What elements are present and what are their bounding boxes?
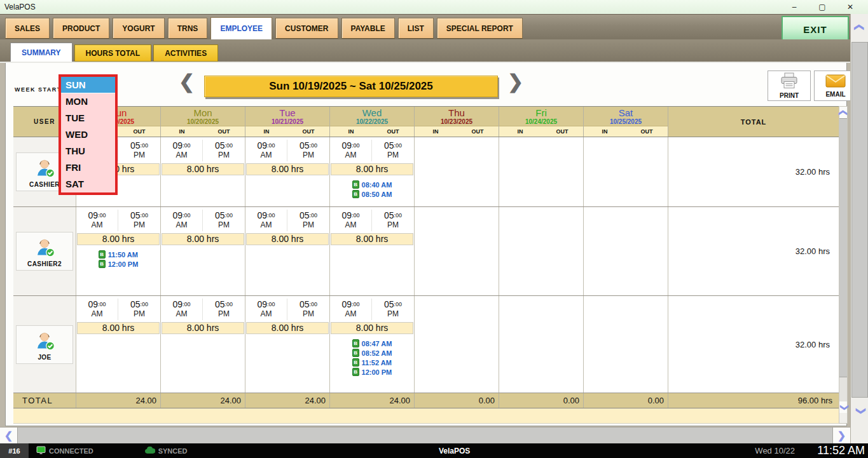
hours-worked: 8.00 hrs xyxy=(246,163,329,175)
in-out-header: INOUT xyxy=(245,126,329,137)
day-name: Fri xyxy=(499,107,583,118)
minimize-icon[interactable]: – xyxy=(780,0,808,14)
in-out-times: 09:00AM05:00PM xyxy=(161,210,245,231)
print-button-label: PRINT xyxy=(780,92,799,99)
break-time: 08:50 AM xyxy=(362,191,392,198)
in-label: IN xyxy=(161,126,203,137)
sub-tab-hours-total[interactable]: HOURS TOTAL xyxy=(74,44,152,62)
next-week-button[interactable]: ❯ xyxy=(507,69,523,95)
sub-tab-activities[interactable]: ACTIVITIES xyxy=(153,44,218,62)
time-cell-wed: 09:00AM05:00PM8.00 hrsB08:47 AMB08:52 AM… xyxy=(329,296,414,393)
day-header: Fri10/24/2025 xyxy=(499,107,583,126)
day-total-mon: 24.00 xyxy=(160,393,245,408)
day-name: Mon xyxy=(161,107,245,118)
sync-status: SYNCED xyxy=(144,447,188,455)
week-start-label: WEEK START xyxy=(15,86,62,93)
main-tab-product[interactable]: PRODUCT xyxy=(53,18,109,39)
week-start-dropdown[interactable]: SUNMONTUEWEDTHUFRISAT xyxy=(59,74,118,195)
time-cell-sat xyxy=(583,137,668,206)
scroll-up-icon[interactable]: ❮ xyxy=(839,107,847,118)
week-start-option-wed[interactable]: WED xyxy=(61,126,115,143)
in-out-times: 09:00AM05:00PM xyxy=(161,140,245,161)
week-start-option-sun[interactable]: SUN xyxy=(61,77,115,93)
week-start-option-thu[interactable]: THU xyxy=(61,143,115,159)
main-tab-special-report[interactable]: SPECIAL REPORT xyxy=(437,18,523,39)
main-tab-list[interactable]: LIST xyxy=(398,18,434,39)
break-icon: B xyxy=(352,368,359,376)
week-start-option-sat[interactable]: SAT xyxy=(61,176,115,192)
in-out-header: INOUT xyxy=(330,126,414,137)
print-button[interactable]: PRINT xyxy=(768,71,811,101)
day-date: 10/21/2025 xyxy=(245,118,329,126)
day-column-header-mon: Mon10/20/2025INOUT xyxy=(160,107,245,137)
week-start-option-fri[interactable]: FRI xyxy=(61,159,115,176)
employee-row-joe: JOE09:00AM05:00PM8.00 hrs09:00AM05:00PM8… xyxy=(13,296,839,393)
clock-out-time: 05:00PM xyxy=(372,210,414,231)
summary-panel: WEEK START SUNMONTUEWEDTHUFRISAT ❮ Sun 1… xyxy=(5,63,847,426)
time-cell-mon: 09:00AM05:00PM8.00 hrs xyxy=(160,296,245,393)
hours-worked: 8.00 hrs xyxy=(331,322,413,334)
scroll-down-icon[interactable]: ❮ xyxy=(839,401,847,413)
time-cell-wed: 09:00AM05:00PM8.00 hrsB08:40 AMB08:50 AM xyxy=(329,137,414,206)
week-start-option-tue[interactable]: TUE xyxy=(61,110,115,126)
clock-out-time: 05:00PM xyxy=(287,210,329,231)
status-date: Wed 10/22 xyxy=(755,446,795,455)
day-header: Tue10/21/2025 xyxy=(245,107,329,126)
clock-in-time: 09:00AM xyxy=(245,140,287,161)
empty-row-strip xyxy=(13,408,839,424)
break-entries: B08:47 AMB08:52 AMB11:52 AMB12:00 PM xyxy=(330,339,414,376)
totals-label: TOTAL xyxy=(13,393,76,408)
page-vertical-scrollbar[interactable]: ❮ ❮ xyxy=(850,14,868,443)
main-tab-bar: SALESPRODUCTYOGURTTRNSEMPLOYEECUSTOMERPA… xyxy=(0,14,868,39)
clock-out-time: 05:00PM xyxy=(118,299,160,320)
table-vertical-scrollbar[interactable]: ❮ ❮ xyxy=(839,106,848,424)
weekly-total: 32.00 hrs xyxy=(668,137,839,206)
close-icon[interactable]: ✕ xyxy=(836,0,864,14)
scrollbar-thumb[interactable] xyxy=(839,118,847,377)
scroll-left-icon[interactable]: ❮ xyxy=(0,428,17,443)
main-tab-payable[interactable]: PAYABLE xyxy=(341,18,395,39)
clock-out-time: 05:00PM xyxy=(118,140,160,161)
break-icon: B xyxy=(352,190,359,198)
clock-in-time: 09:00AM xyxy=(161,299,203,320)
time-cell-tue: 09:00AM05:00PM8.00 hrs xyxy=(245,207,329,295)
clock-out-time: 05:00PM xyxy=(203,299,245,320)
page-scrollbar-thumb[interactable] xyxy=(851,42,868,398)
main-tab-sales[interactable]: SALES xyxy=(5,18,50,39)
user-button[interactable]: JOE xyxy=(16,325,73,364)
time-cell-wed: 09:00AM05:00PM8.00 hrs xyxy=(329,207,414,295)
day-header: Thu10/23/2025 xyxy=(415,107,499,126)
out-label: OUT xyxy=(372,126,414,137)
in-out-times: 09:00AM05:00PM xyxy=(245,140,329,161)
hours-worked: 8.00 hrs xyxy=(246,233,329,245)
day-column-header-fri: Fri10/24/2025INOUT xyxy=(499,107,583,137)
break-icon: B xyxy=(99,250,106,259)
horizontal-scrollbar[interactable]: ❮ ❯ xyxy=(0,427,850,443)
main-tab-employee[interactable]: EMPLOYEE xyxy=(210,17,272,40)
sub-tab-summary[interactable]: SUMMARY xyxy=(10,43,72,62)
day-column-header-wed: Wed10/22/2025INOUT xyxy=(329,107,414,137)
in-label: IN xyxy=(415,126,457,137)
in-out-times: 09:00AM05:00PM xyxy=(330,210,414,231)
break-entry: B08:52 AM xyxy=(352,349,392,357)
day-total-fri: 0.00 xyxy=(499,393,583,408)
week-start-option-mon[interactable]: MON xyxy=(61,93,115,110)
email-button-label: EMAIL xyxy=(825,91,845,98)
main-tab-trns[interactable]: TRNS xyxy=(168,18,208,39)
page-scroll-down-icon[interactable]: ❮ xyxy=(851,405,868,417)
break-time: 08:52 AM xyxy=(362,349,392,357)
hours-worked: 8.00 hrs xyxy=(331,233,413,245)
break-entries: B08:40 AMB08:50 AM xyxy=(330,180,414,198)
main-tab-customer[interactable]: CUSTOMER xyxy=(275,18,338,39)
page-scroll-up-icon[interactable]: ❮ xyxy=(851,22,868,33)
user-name: CASHIER2 xyxy=(27,260,62,267)
break-icon: B xyxy=(352,180,359,189)
user-button[interactable]: CASHIER2 xyxy=(16,232,73,271)
scroll-right-icon[interactable]: ❯ xyxy=(833,428,850,443)
horizontal-scrollbar-track[interactable] xyxy=(17,428,833,443)
break-time: 11:50 AM xyxy=(108,251,138,259)
maximize-icon[interactable]: ▢ xyxy=(808,0,836,14)
previous-week-button[interactable]: ❮ xyxy=(179,69,195,95)
main-tab-yogurt[interactable]: YOGURT xyxy=(113,18,164,39)
hours-worked: 8.00 hrs xyxy=(77,233,160,245)
